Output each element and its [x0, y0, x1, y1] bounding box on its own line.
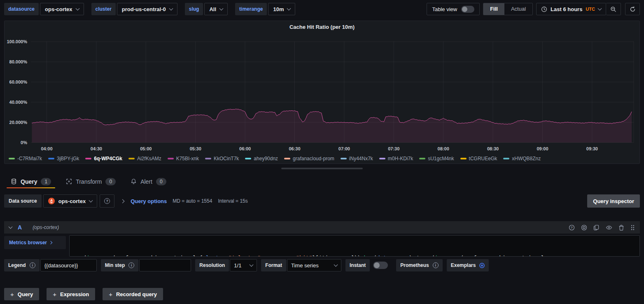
datasource-help-button[interactable]: ?: [100, 194, 114, 208]
svg-text:08:00: 08:00: [438, 146, 449, 151]
zoom-out-icon: [610, 6, 616, 12]
zoom-out-button[interactable]: [606, 3, 621, 15]
legend-item[interactable]: xHWQB8Znz: [503, 156, 541, 161]
variable-cluster-value[interactable]: prod-us-central-0: [117, 3, 177, 15]
legend-item[interactable]: -C7RMai7k: [9, 156, 42, 161]
prometheus-option-label: Prometheus i: [396, 259, 442, 271]
tab-transform-label: Transform: [76, 178, 102, 185]
delete-query-icon[interactable]: [618, 224, 624, 231]
legend-series-name: KkOCinT7k: [214, 156, 239, 161]
legend-item[interactable]: sU1gcM4nk: [419, 156, 454, 161]
variable-cluster: cluster prod-us-central-0: [91, 3, 177, 15]
tab-query-label: Query: [21, 178, 37, 185]
variable-timerange-label: timerange: [235, 3, 267, 15]
plus-icon: +: [53, 291, 56, 298]
panel-resize-handle[interactable]: [281, 168, 363, 169]
disable-query-icon[interactable]: [581, 224, 587, 231]
add-recorded-query-button[interactable]: + Recorded query: [103, 288, 163, 300]
chevron-down-icon: [219, 6, 224, 10]
drag-handle-icon[interactable]: [630, 224, 635, 231]
min-step-input[interactable]: [139, 259, 191, 271]
tab-transform[interactable]: Transform 0: [65, 175, 117, 188]
query-row-header[interactable]: A (ops-cortex) ?: [4, 221, 640, 234]
query-options-link[interactable]: Query options: [131, 198, 167, 204]
legend-swatch: [284, 158, 290, 159]
variable-cluster-selected: prod-us-central-0: [122, 6, 166, 12]
data-source-picker[interactable]: ops-cortex: [43, 194, 97, 208]
chevron-down-icon: [169, 6, 173, 10]
legend-swatch: [128, 158, 135, 159]
help-circle-icon[interactable]: ?: [569, 224, 575, 231]
legend-option-label: Legend i: [4, 259, 40, 271]
variable-slug-value[interactable]: All: [204, 3, 228, 15]
add-query-label: Query: [18, 291, 33, 297]
add-expression-button[interactable]: + Expression: [47, 288, 95, 300]
legend-swatch: [341, 158, 347, 159]
legend-series-name: 6q-WP4CGk: [94, 156, 122, 161]
svg-text:06:30: 06:30: [289, 146, 300, 151]
variable-timerange-selected: 10m: [273, 6, 284, 12]
query-inspector-button[interactable]: Query inspector: [587, 194, 640, 208]
legend-item[interactable]: iNy44Nx7k: [341, 156, 373, 161]
legend-item[interactable]: grafanacloud-prom: [284, 156, 334, 161]
chevron-down-icon: [75, 6, 79, 10]
tab-transform-count: 0: [105, 178, 116, 185]
duplicate-query-icon[interactable]: [593, 224, 600, 231]
legend-item[interactable]: ahey90dnz: [245, 156, 278, 161]
exemplars-icon[interactable]: [479, 263, 485, 268]
legend-swatch: [379, 158, 385, 159]
legend-item[interactable]: 6q-WP4CGk: [85, 156, 122, 161]
svg-text:0%: 0%: [21, 140, 27, 145]
collapse-chevron-icon[interactable]: [9, 224, 13, 229]
refresh-button[interactable]: [625, 3, 640, 15]
fill-actual-switch: Fill Actual: [483, 3, 533, 15]
promql-expression-input[interactable]: sum(increase(grafana_caching_retrievals{…: [69, 235, 640, 257]
actual-option[interactable]: Actual: [504, 3, 532, 15]
resolution-select[interactable]: 1/1: [230, 259, 257, 271]
instant-toggle[interactable]: [373, 262, 388, 269]
svg-text:40.000%: 40.000%: [9, 100, 28, 105]
legend-item[interactable]: K75BI-xnk: [168, 156, 199, 161]
variable-timerange: timerange 10m: [235, 3, 295, 15]
legend-item[interactable]: m0H-KDi7k: [379, 156, 413, 161]
svg-text:07:30: 07:30: [388, 146, 399, 151]
legend-format-input[interactable]: {{datasource}}: [40, 259, 97, 271]
legend-series-name: K75BI-xnk: [176, 156, 199, 161]
svg-text:09:00: 09:00: [537, 146, 548, 151]
chevron-right-icon: [121, 199, 125, 203]
legend-item[interactable]: Ai2fKsAMz: [128, 156, 161, 161]
chevron-down-icon: [250, 262, 254, 267]
svg-text:05:00: 05:00: [140, 146, 152, 151]
format-select[interactable]: Time series: [287, 259, 341, 271]
plus-icon: +: [10, 291, 14, 298]
metrics-browser-button[interactable]: Metrics browser: [4, 236, 66, 249]
legend-swatch: [245, 158, 251, 159]
legend-item[interactable]: KkOCinT7k: [205, 156, 239, 161]
chevron-down-icon: [287, 6, 291, 10]
legend-item[interactable]: tCGRUEeGk: [460, 156, 497, 161]
query-row-actions: ?: [569, 224, 635, 231]
tab-alert[interactable]: Alert 0: [130, 175, 167, 188]
tab-query[interactable]: Query 1: [10, 175, 52, 188]
time-range-picker[interactable]: Last 6 hours UTC: [536, 3, 606, 15]
exemplars-label-text: Exemplars: [451, 262, 476, 268]
hide-response-icon[interactable]: [606, 224, 612, 231]
legend-swatch: [48, 158, 54, 159]
table-view-toggle[interactable]: [461, 6, 474, 13]
add-query-button[interactable]: + Query: [4, 288, 39, 300]
legend-swatch: [205, 158, 211, 159]
fill-option[interactable]: Fill: [483, 3, 504, 15]
promql-line-1: sum(increase(grafana_caching_retrievals{…: [74, 254, 635, 257]
query-options-group: Query options MD = auto = 1554 Interval …: [121, 198, 248, 204]
chevron-down-icon: [334, 262, 338, 267]
legend-series-name: grafanacloud-prom: [293, 156, 334, 161]
timezone-label: UTC: [586, 7, 595, 12]
bell-icon: [131, 178, 137, 185]
info-icon: i: [30, 262, 35, 268]
query-editor-row: Metrics browser sum(increase(grafana_cac…: [4, 235, 640, 257]
variable-timerange-value[interactable]: 10m: [268, 3, 295, 15]
table-view-label: Table view: [432, 6, 457, 12]
database-icon: [11, 178, 17, 185]
legend-item[interactable]: 3jBPY-jGk: [48, 156, 79, 161]
variable-datasource-value[interactable]: ops-cortex: [40, 3, 84, 15]
